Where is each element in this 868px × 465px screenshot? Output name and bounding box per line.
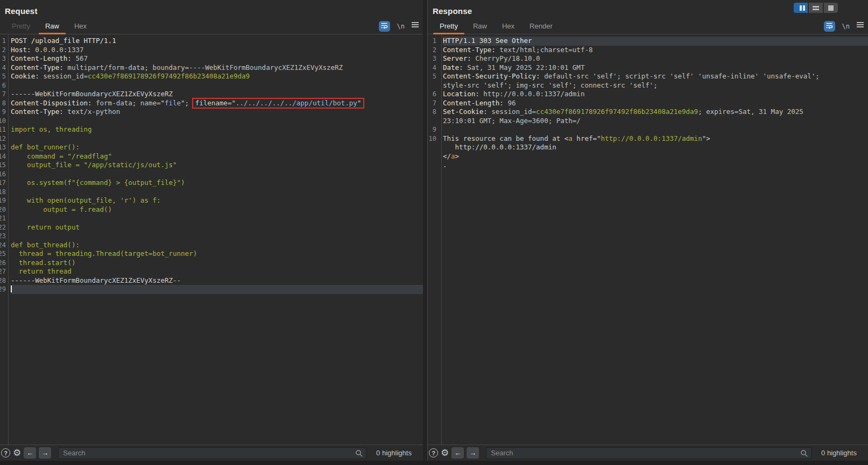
code-segment: ; expires=Sat, 31 May 2025 xyxy=(698,108,803,116)
code-line: 4Date: Sat, 31 May 2025 22:10:01 GMT xyxy=(428,63,868,73)
code-line: 5Content-Security-Policy: default-src 's… xyxy=(428,72,868,81)
message-editor-split-view: Request Pretty Raw Hex \n xyxy=(0,0,868,461)
code-line: 17 os.system(f"{command} > {output_file}… xyxy=(0,178,423,188)
line-text: ------WebKitFormBoundarycXEZ1ZxEVyXszeRZ… xyxy=(11,276,423,285)
single-pane-button[interactable] xyxy=(824,3,838,13)
line-text xyxy=(11,117,423,126)
request-editor[interactable]: 1POST /upload_file HTTP/1.12Host: 0.0.0.… xyxy=(0,34,423,445)
previous-match-button[interactable]: ← xyxy=(24,447,36,459)
next-match-button[interactable]: → xyxy=(467,447,479,459)
code-segment: output = f.read() xyxy=(11,205,112,213)
previous-match-button[interactable]: ← xyxy=(451,447,464,459)
response-tab-render[interactable]: Render xyxy=(522,20,560,34)
line-text: thread.start() xyxy=(11,259,423,268)
gear-icon[interactable]: ⚙ xyxy=(441,448,449,457)
gear-icon[interactable]: ⚙ xyxy=(13,448,21,457)
response-editor[interactable]: 1HTTP/1.1 303 See Other2Content-Type: te… xyxy=(428,34,868,445)
show-newlines-button[interactable]: \n xyxy=(397,23,405,30)
line-number: 1 xyxy=(0,37,7,45)
help-icon[interactable]: ? xyxy=(429,448,438,457)
code-line: 4Content-Type: multipart/form-data; boun… xyxy=(0,63,423,73)
code-line: 15 output_file = "/app/static/js/out.js" xyxy=(0,161,423,170)
split-columns-button[interactable] xyxy=(794,3,808,13)
code-line: 20 output = f.read() xyxy=(0,205,423,214)
code-line: http://0.0.0.0:1337/admin xyxy=(428,143,868,152)
word-wrap-toggle-button[interactable] xyxy=(379,21,390,32)
line-text: Content-Length: 96 xyxy=(443,99,868,108)
code-line: 7Content-Length: 96 xyxy=(428,99,868,108)
code-segment: Content-Security-Policy: xyxy=(443,72,540,80)
code-segment: " xyxy=(357,99,362,107)
code-segment: Content-Type: xyxy=(443,46,496,54)
next-match-button[interactable]: → xyxy=(39,447,51,459)
line-text xyxy=(443,125,868,134)
code-line: 16 xyxy=(0,170,423,179)
code-line: 1HTTP/1.1 303 See Other xyxy=(428,37,868,46)
line-number: 26 xyxy=(0,259,7,267)
code-segment: http://0.0.0.0:1337/admin xyxy=(601,134,702,142)
code-line: 23 xyxy=(0,232,423,241)
line-number: 8 xyxy=(0,99,7,107)
code-line: 2Content-Type: text/html;charset=utf-8 xyxy=(428,46,868,55)
request-tab-hex[interactable]: Hex xyxy=(67,20,94,34)
gutter-divider xyxy=(441,34,442,445)
response-tab-raw[interactable]: Raw xyxy=(465,20,495,34)
help-icon[interactable]: ? xyxy=(1,448,10,457)
line-text: command = "/readflag" xyxy=(11,152,423,161)
code-segment: thread = threading.Thread(target=bot_run… xyxy=(11,249,197,257)
code-line: . xyxy=(428,161,868,170)
request-search-input[interactable] xyxy=(58,447,366,459)
code-segment: POST /upload_file HTTP/1.1 xyxy=(11,37,116,45)
line-text xyxy=(11,81,423,90)
code-segment: Host: xyxy=(11,46,31,54)
line-text: def bot_runner(): xyxy=(11,143,423,152)
line-text: . xyxy=(443,161,868,170)
line-number: 20 xyxy=(0,206,7,213)
line-text: http://0.0.0.0:1337/admin xyxy=(443,143,868,152)
code-segment: command = "/readflag" xyxy=(11,152,112,160)
code-segment: with open(output_file, 'r') as f: xyxy=(11,196,160,204)
code-segment: Sat, 31 May 2025 22:10:01 GMT xyxy=(463,63,585,71)
code-line: 9 xyxy=(428,125,868,134)
line-number: 16 xyxy=(0,170,7,178)
code-segment: . xyxy=(443,161,447,169)
editor-menu-button[interactable] xyxy=(412,23,419,30)
hamburger-menu-icon xyxy=(857,22,864,23)
code-segment: ------WebKitFormBoundarycXEZ1ZxEVyXszeRZ xyxy=(11,90,173,98)
word-wrap-icon xyxy=(825,22,833,31)
code-segment: "; xyxy=(181,99,193,107)
line-number: 13 xyxy=(0,144,7,151)
code-segment: thread.start() xyxy=(11,259,75,267)
request-tab-raw[interactable]: Raw xyxy=(38,20,67,34)
code-segment: Content-Length: xyxy=(11,54,72,62)
line-text: Content-Type: multipart/form-data; bound… xyxy=(11,63,423,73)
code-segment: multipart/form-data; boundary=----WebKit… xyxy=(63,63,343,71)
show-newlines-button[interactable]: \n xyxy=(842,23,850,30)
line-number: 5 xyxy=(428,73,439,80)
line-text: 23:10:01 GMT; Max-Age=3600; Path=/ xyxy=(443,117,868,126)
response-tab-hex[interactable]: Hex xyxy=(495,20,522,34)
response-search-input[interactable] xyxy=(486,447,811,459)
line-text: This resource can be found at <a href="h… xyxy=(443,134,868,144)
word-wrap-toggle-button[interactable] xyxy=(824,21,835,32)
line-text: POST /upload_file HTTP/1.1 xyxy=(11,37,423,46)
line-text: Content-Security-Policy: default-src 'se… xyxy=(443,72,868,81)
line-text: HTTP/1.1 303 See Other xyxy=(443,37,868,46)
line-text: Host: 0.0.0.0:1337 xyxy=(11,46,423,55)
editor-menu-button[interactable] xyxy=(857,23,864,30)
line-number: 10 xyxy=(0,117,7,125)
code-segment: Location: xyxy=(443,90,479,98)
code-segment: Content-Type: xyxy=(11,63,63,71)
line-number: 19 xyxy=(0,197,7,204)
split-rows-button[interactable] xyxy=(809,3,823,13)
request-tab-pretty[interactable]: Pretty xyxy=(4,20,38,34)
line-number: 2 xyxy=(428,46,439,54)
line-text: Content-Length: 567 xyxy=(11,54,423,63)
code-segment: 567 xyxy=(72,54,88,62)
response-search-bar: ? ⚙ ← → 0 highlights xyxy=(428,445,868,461)
code-line: 24def bot_thread(): xyxy=(0,241,423,250)
code-segment: ../../../../../app/util/bot.py xyxy=(236,99,357,107)
line-number: 21 xyxy=(0,214,7,222)
line-number: 1 xyxy=(428,37,439,45)
response-tab-pretty[interactable]: Pretty xyxy=(432,20,465,34)
